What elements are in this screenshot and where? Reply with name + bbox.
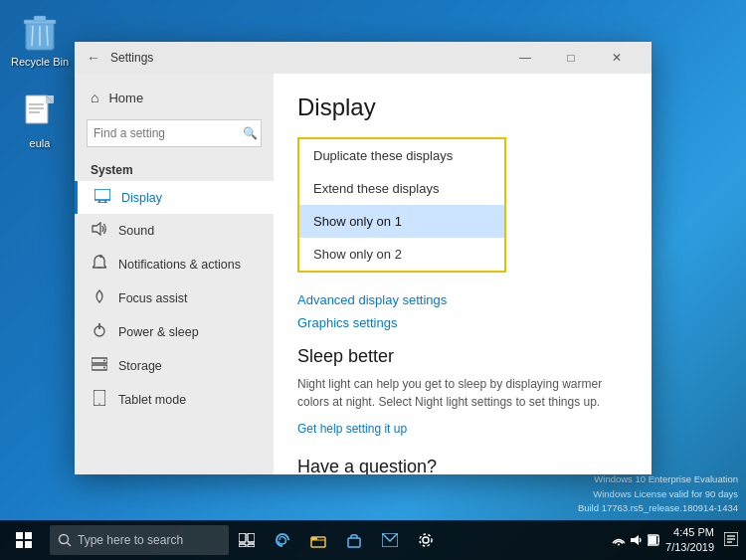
svg-point-23 [103,360,105,362]
eula-image [20,93,60,133]
svg-rect-34 [248,533,255,542]
mail-taskbar-icon[interactable] [372,520,408,560]
recycle-bin-icon[interactable]: Recycle Bin [5,8,75,72]
action-center-button[interactable] [724,532,738,549]
svg-line-3 [32,26,33,46]
search-icon: 🔍 [243,126,258,140]
sidebar-focus-label: Focus assist [118,291,187,305]
sidebar-item-tablet[interactable]: Tablet mode [75,382,274,417]
svg-rect-12 [94,189,110,200]
dropdown-item-show2[interactable]: Show only on 2 [299,238,504,271]
win-build-info: Windows 10 Enterprise Evaluation Windows… [578,472,738,515]
sidebar-power-label: Power & sleep [118,325,199,339]
svg-rect-39 [348,538,360,547]
taskbar: Type here to search [0,520,746,560]
svg-point-43 [618,544,620,546]
edge-taskbar-icon[interactable] [265,520,300,560]
svg-point-42 [420,534,432,546]
search-input[interactable] [93,126,243,140]
svg-rect-46 [649,536,656,544]
recycle-bin-image [20,12,60,52]
display-icon [93,189,111,206]
sidebar-display-label: Display [121,191,162,205]
system-section-title: System [75,153,274,181]
svg-line-5 [47,26,48,46]
sidebar-item-focus[interactable]: Focus assist [75,281,274,314]
main-content: Display Duplicate these displays Extend … [274,74,652,474]
search-box[interactable]: 🔍 [87,119,262,147]
sidebar-sound-label: Sound [118,224,154,238]
svg-rect-36 [248,544,255,547]
eula-desktop-icon[interactable]: eula [5,90,75,153]
store-taskbar-icon[interactable] [336,520,372,560]
svg-rect-6 [26,95,48,123]
sleep-section-description: Night light can help you get to sleep by… [297,375,628,411]
svg-rect-27 [16,532,23,539]
get-help-link[interactable]: Get help setting it up [297,422,407,436]
window-controls: — □ ✕ [502,42,640,74]
taskbar-search[interactable]: Type here to search [50,525,229,555]
svg-point-31 [60,535,69,544]
sidebar-item-sound[interactable]: Sound [75,214,274,247]
sidebar-storage-label: Storage [118,359,162,373]
network-icon [612,534,626,546]
dropdown-item-duplicate[interactable]: Duplicate these displays [299,139,504,172]
sidebar-item-notifications[interactable]: Notifications & actions [75,247,274,281]
sidebar-tablet-label: Tablet mode [118,393,186,407]
taskbar-search-label: Type here to search [78,533,183,547]
svg-point-41 [423,537,429,543]
sidebar-item-display[interactable]: Display [75,181,274,214]
svg-rect-28 [25,532,32,539]
taskbar-right: 4:45 PM 7/13/2019 [612,525,746,556]
explorer-taskbar-icon[interactable] [300,520,336,560]
advanced-display-link[interactable]: Advanced display settings [297,292,628,307]
graphics-settings-link[interactable]: Graphics settings [297,315,628,330]
window-body: ⌂ Home 🔍 System Display [75,74,652,474]
recycle-bin-label: Recycle Bin [11,56,69,68]
svg-rect-30 [25,541,32,548]
power-icon [91,322,108,341]
maximize-button[interactable]: □ [548,42,594,74]
desktop: Recycle Bin eula Windows 10 Enterprise E… [0,0,746,560]
minimize-button[interactable]: — [502,42,548,74]
svg-rect-33 [239,533,246,542]
home-icon: ⌂ [91,90,98,105]
task-view-button[interactable] [229,520,265,560]
svg-rect-2 [34,16,46,21]
window-title: Settings [110,51,502,65]
sound-icon [91,222,108,239]
systray [612,533,659,547]
sidebar-item-storage[interactable]: Storage [75,349,274,382]
svg-point-18 [99,255,102,258]
settings-window: ← Settings — □ ✕ ⌂ Home 🔍 System [75,42,652,474]
back-button[interactable]: ← [87,50,100,66]
sidebar-item-power[interactable]: Power & sleep [75,314,274,349]
notifications-icon [91,255,108,274]
taskbar-clock: 4:45 PM 7/13/2019 [665,525,718,556]
volume-icon [630,534,644,546]
dropdown-item-extend[interactable]: Extend these displays [299,172,504,205]
settings-taskbar-icon[interactable] [408,520,444,560]
have-question-title: Have a question? [297,457,628,474]
display-mode-dropdown: Duplicate these displays Extend these di… [297,137,506,273]
start-button[interactable] [0,520,48,560]
svg-marker-44 [631,535,639,545]
close-button[interactable]: ✕ [594,42,640,74]
sidebar-notifications-label: Notifications & actions [118,258,241,272]
sidebar-home[interactable]: ⌂ Home [75,82,274,113]
page-title: Display [297,93,628,121]
svg-marker-16 [93,223,100,235]
titlebar: ← Settings — □ ✕ [75,42,652,74]
tablet-icon [91,390,108,409]
settings-sidebar: ⌂ Home 🔍 System Display [75,74,274,474]
svg-rect-29 [16,541,23,548]
svg-rect-47 [658,538,659,542]
svg-point-24 [103,367,105,369]
svg-line-32 [68,543,72,547]
sleep-section-title: Sleep better [297,346,628,367]
sidebar-home-label: Home [108,91,143,105]
dropdown-item-show1[interactable]: Show only on 1 [299,205,504,238]
storage-icon [91,357,108,374]
focus-icon [91,289,108,306]
eula-label: eula [30,137,51,149]
